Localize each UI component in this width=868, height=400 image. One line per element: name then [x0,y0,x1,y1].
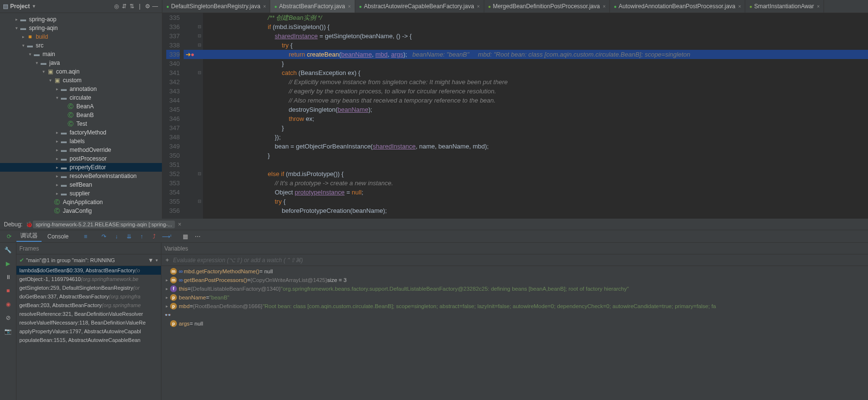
var-twisty[interactable]: ▸ [163,295,170,300]
close-icon[interactable]: × [263,4,266,9]
tree-twisty[interactable]: ▸ [54,182,60,187]
close-icon[interactable]: × [817,4,820,9]
variable-row[interactable]: pargs = null [161,319,868,328]
stack-frames[interactable]: lambda$doGetBean$0:339, AbstractBeanFact… [16,266,161,400]
pause-icon[interactable]: ⏸ [3,272,14,282]
step-over-icon[interactable]: ↷ [99,231,109,242]
rerun-icon[interactable]: ⟳ [4,231,14,242]
tree-item[interactable]: ⒸJavaConfig [0,207,162,215]
tree-item[interactable]: ⒸTest [0,119,162,128]
tree-item[interactable]: ▾▬spring-aqin [0,24,162,32]
stack-frame[interactable]: populateBean:1515, AbstractAutowireCapab… [16,336,161,344]
editor-tabs[interactable]: ●DefaultSingletonBeanRegistry.java×●Abst… [162,0,868,13]
mute-breakpoints-icon[interactable]: ⊘ [3,312,14,323]
tree-twisty[interactable]: ▸ [54,87,60,91]
tree-twisty[interactable]: ▾ [34,60,40,65]
editor-tab[interactable]: ●AbstractBeanFactory.java× [270,0,355,13]
stop-icon[interactable]: ■ [3,285,14,296]
filter-icon[interactable]: ▼ [148,257,154,264]
project-title[interactable]: Project [10,3,30,10]
close-icon[interactable]: × [178,221,181,228]
stack-frame[interactable]: lambda$doGetBean$0:339, AbstractBeanFact… [16,266,161,275]
tree-twisty[interactable]: ▸ [54,174,60,178]
stack-frame[interactable]: applyPropertyValues:1797, AbstractAutowi… [16,327,161,336]
variable-row[interactable]: ▸fthis = {DefaultListableBeanFactory@134… [161,284,868,293]
tree-twisty[interactable]: ▾ [14,26,19,30]
tree-item[interactable]: ▸▬resolveBeforeInstantiation [0,172,162,180]
stack-frame[interactable]: getSingleton:259, DefaultSingletonBeanRe… [16,283,161,292]
tree-item[interactable]: ⒸBeanB [0,111,162,119]
target-icon[interactable]: ◎ [113,2,120,10]
project-tree[interactable]: ▸▬spring-aop▾▬spring-aqin▸■build▾▬src▾▬m… [0,13,162,219]
camera-icon[interactable]: 📷 [3,326,14,337]
close-icon[interactable]: × [348,4,351,9]
drop-frame-icon[interactable]: ⤴ [149,231,159,242]
code-editor[interactable]: 3353363373383393403413423433443453463473… [162,13,868,219]
step-out-icon[interactable]: ↑ [136,231,147,242]
glasses-icon[interactable]: 👓 [161,311,868,319]
tree-twisty[interactable]: ▾ [47,78,53,83]
fold-column[interactable]: ⊟⊟⊟⊟⊟⊟ [196,13,203,219]
expand-icon[interactable]: ⇵ [120,2,128,10]
close-icon[interactable]: × [603,4,606,9]
tree-twisty[interactable]: ▸ [54,165,60,170]
tree-item[interactable]: ▸▬selfBean [0,180,162,189]
close-icon[interactable]: × [738,4,741,9]
variable-row[interactable]: ▸pmbd = {RootBeanDefinition@1666} "Root … [161,302,868,311]
breakpoint-icon[interactable]: ● [191,50,195,59]
evaluate-bar[interactable]: ＋ Evaluate expression (⌥⇧) or add a watc… [161,254,868,266]
view-breakpoints-icon[interactable]: ◉ [3,299,14,310]
variable-row[interactable]: ▸m∞ getBeanPostProcessors() = {CopyOnWri… [161,276,868,284]
stack-frame[interactable]: doGetBean:337, AbstractBeanFactory (org.… [16,292,161,301]
editor-tab[interactable]: ●MergedBeanDefinitionPostProcessor.java× [484,0,610,13]
stack-frame[interactable]: resolveReference:321, BeanDefinitionValu… [16,310,161,318]
tree-item[interactable]: ▸▬factoryMethod [0,128,162,137]
tree-item[interactable]: ▾▣com.aqin [0,67,162,76]
settings-icon[interactable]: 🔧 [3,245,14,255]
more-icon[interactable]: ⋯ [192,231,203,242]
tree-item[interactable]: ▾▬java [0,59,162,67]
tree-item[interactable]: ▸▬annotation [0,85,162,93]
tree-item[interactable]: ▾▬main [0,50,162,59]
tree-item[interactable]: ⒸAqinApplication [0,198,162,207]
tree-twisty[interactable]: ▸ [54,156,60,161]
evaluate-icon[interactable]: ▦ [180,231,190,242]
tree-item[interactable]: ▸▬propertyEditor [0,163,162,172]
close-icon[interactable]: × [477,4,480,9]
tree-item[interactable]: ▸▬supplier [0,189,162,198]
tree-item[interactable]: ▾▬circulate [0,93,162,102]
thread-selector[interactable]: ✔ "main"@1 in group "main": RUNNING ▼ ▾ [16,254,161,266]
tree-item[interactable]: ▸▬spring-aop [0,15,162,24]
variable-row[interactable]: m∞ mbd.getFactoryMethodName() = null [161,267,868,276]
var-twisty[interactable]: ▸ [163,278,170,282]
tree-item[interactable]: ▸▬methodOverride [0,146,162,154]
tab-console[interactable]: Console [43,231,72,242]
tree-twisty[interactable]: ▸ [20,34,26,39]
editor-tab[interactable]: ●AbstractAutowireCapableBeanFactory.java… [355,0,484,13]
variable-list[interactable]: m∞ mbd.getFactoryMethodName() = null▸m∞ … [161,266,868,400]
tree-twisty[interactable]: ▸ [54,191,60,196]
debug-config[interactable]: spring-framework-5.2.21.RELEASE:spring-a… [33,221,175,228]
stack-frame[interactable]: getBean:203, AbstractBeanFactory (org.sp… [16,301,161,310]
tree-item[interactable]: ▸■build [0,32,162,41]
tree-twisty[interactable]: ▾ [20,43,26,48]
tree-item[interactable]: ⒸBeanA [0,102,162,111]
step-into-icon[interactable]: ↓ [111,231,122,242]
resume-icon[interactable]: ▶ [3,258,14,269]
tree-twisty[interactable]: ▾ [41,69,46,74]
tree-item[interactable]: ▸▬postProcessor [0,154,162,163]
var-twisty[interactable]: ▸ [163,286,170,291]
tree-item[interactable]: ▸▬labels [0,137,162,146]
tree-twisty[interactable]: ▸ [54,148,60,152]
chevron-down-icon[interactable]: ▾ [156,258,158,263]
editor-tab[interactable]: ●SmartInstantiationAwar× [745,0,824,13]
minimize-icon[interactable]: — [151,2,159,10]
stack-frame[interactable]: resolveValueIfNecessary:118, BeanDefinit… [16,318,161,327]
tree-twisty[interactable]: ▸ [54,130,60,135]
tree-twisty[interactable]: ▾ [27,52,33,57]
run-to-cursor-icon[interactable]: ⟶ᶦ [161,231,172,242]
code-body[interactable]: /** 创建Bean实例 */ if (mbd.isSingleton()) {… [203,13,868,219]
var-twisty[interactable]: ▸ [163,304,170,309]
editor-tab[interactable]: ●AutowiredAnnotationBeanPostProcessor.ja… [610,0,745,13]
stack-frame[interactable]: getObject:-1, 1169794610 (org.springfram… [16,275,161,283]
